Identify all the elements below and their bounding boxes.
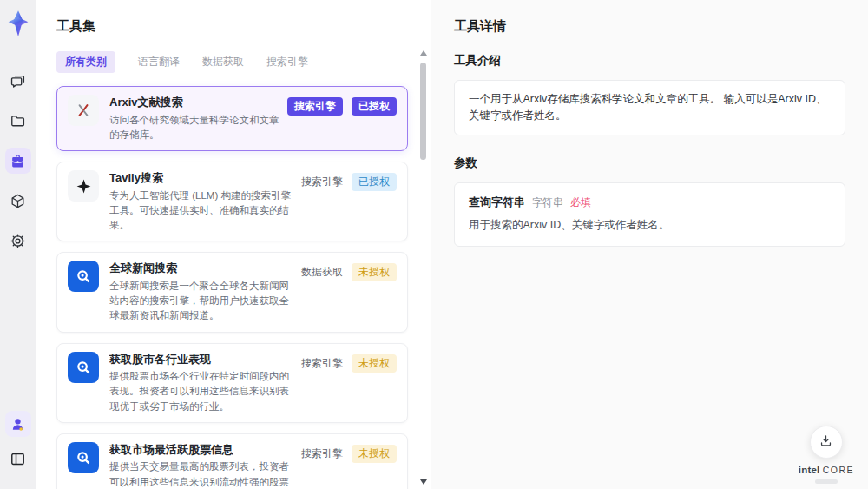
category-tab[interactable]: 语言翻译 (138, 55, 180, 69)
tool-title: 获取股市各行业表现 (109, 352, 294, 367)
tool-description: 提供股票市场各个行业在特定时间段内的表现。投资者可以利用这些信息来识别表现优于或… (109, 369, 294, 414)
tool-card[interactable]: Tavily搜索 专为人工智能代理 (LLM) 构建的搜索引擎工具。可快速提供实… (56, 162, 408, 241)
tool-description: 访问各个研究领域大量科学论文和文章的存储库。 (109, 113, 280, 143)
parameter-name: 查询字符串 (469, 195, 525, 210)
tavily-star-icon (68, 170, 99, 202)
tool-category-label: 搜索引擎 (287, 97, 343, 116)
tool-meta: 数据获取 未授权 (301, 263, 397, 281)
tool-list: Arxiv文献搜索 访问各个研究领域大量科学论文和文章的存储库。 搜索引擎 已授… (56, 86, 408, 489)
tool-description: 专为人工智能代理 (LLM) 构建的搜索引擎工具。可快速提供实时、准确和真实的结… (109, 188, 294, 234)
package-icon[interactable] (5, 188, 31, 214)
parameter-header: 查询字符串 字符串 必填 (469, 195, 831, 210)
tool-details-panel: 工具详情 工具介绍 一个用于从Arxiv存储库搜索科学论文和文章的工具。 输入可… (431, 0, 868, 489)
tool-title: Tavily搜索 (109, 170, 294, 186)
download-button[interactable] (810, 426, 843, 459)
tool-text-block: 获取股市各行业表现 提供股票市场各个行业在特定时间段内的表现。投资者可以利用这些… (109, 352, 301, 414)
tool-description: 提供当天交易量最高的股票列表，投资者可以利用这些信息来识别流动性强的股票和潜在的… (109, 459, 294, 489)
tool-text-block: Arxiv文献搜索 访问各个研究领域大量科学论文和文章的存储库。 (109, 95, 287, 142)
tool-title: Arxiv文献搜索 (109, 95, 280, 110)
category-tabs: 所有类别语言翻译数据获取搜索引擎 (56, 51, 408, 73)
parameter-type: 字符串 (532, 195, 563, 210)
tool-text-block: 获取市场最活跃股票信息 提供当天交易量最高的股票列表，投资者可以利用这些信息来识… (109, 442, 301, 489)
gem-logo-icon[interactable] (5, 9, 31, 38)
tool-title: 全球新闻搜索 (109, 261, 294, 276)
tool-meta: 搜索引擎 未授权 (301, 354, 397, 373)
toolbox-icon[interactable] (5, 148, 31, 174)
tool-text-block: Tavily搜索 专为人工智能代理 (LLM) 构建的搜索引擎工具。可快速提供实… (109, 170, 301, 233)
intel-sub-badge (815, 479, 838, 484)
tool-status-badge: 已授权 (352, 97, 397, 116)
intel-core-logo: intel core (799, 465, 854, 484)
tool-meta: 搜索引擎 已授权 (301, 173, 397, 191)
settings-gear-icon[interactable] (5, 228, 31, 254)
scroll-down-arrow-icon[interactable] (420, 479, 427, 485)
app-window: 工具集 所有类别语言翻译数据获取搜索引擎 Arxiv文献搜索 访问各个研究领域大… (0, 0, 868, 489)
scrollbar-thumb[interactable] (420, 63, 426, 160)
folder-icon[interactable] (5, 108, 31, 134)
parameter-required-badge: 必填 (570, 195, 591, 210)
core-wordmark: core (823, 465, 854, 475)
intel-wordmark: intel (799, 465, 820, 475)
tool-status-badge: 未授权 (352, 445, 397, 463)
tool-card[interactable]: Arxiv文献搜索 访问各个研究领域大量科学论文和文章的存储库。 搜索引擎 已授… (56, 86, 408, 151)
tool-text-block: 全球新闻搜索 全球新闻搜索是一个聚合全球各大新闻网站内容的搜索引擎，帮助用户快速… (109, 261, 301, 323)
category-tab[interactable]: 数据获取 (202, 55, 244, 69)
tool-description: 全球新闻搜索是一个聚合全球各大新闻网站内容的搜索引擎，帮助用户快速获取全球最新资… (109, 279, 294, 324)
tool-meta: 搜索引擎 未授权 (301, 445, 397, 463)
category-tab[interactable]: 搜索引擎 (266, 55, 308, 69)
tool-title: 获取市场最活跃股票信息 (109, 442, 294, 458)
tool-category-label: 搜索引擎 (301, 356, 343, 371)
chat-icon[interactable] (5, 68, 31, 94)
intro-heading: 工具介绍 (454, 53, 845, 69)
category-tab[interactable]: 所有类别 (56, 51, 115, 73)
panel-toggle-icon[interactable] (5, 446, 31, 472)
news-search-blue-icon (68, 352, 99, 383)
arxiv-logo-icon (68, 95, 99, 126)
scroll-up-arrow-icon[interactable] (420, 50, 427, 56)
toolset-panel: 工具集 所有类别语言翻译数据获取搜索引擎 Arxiv文献搜索 访问各个研究领域大… (36, 0, 431, 489)
parameter-box: 查询字符串 字符串 必填 用于搜索的Arxiv ID、关键字或作者姓名。 (454, 182, 845, 247)
tool-card[interactable]: 获取股市各行业表现 提供股票市场各个行业在特定时间段内的表现。投资者可以利用这些… (56, 343, 408, 423)
news-search-blue-icon (68, 261, 99, 292)
parameter-description: 用于搜索的Arxiv ID、关键字或作者姓名。 (469, 218, 831, 233)
tool-status-badge: 未授权 (352, 263, 397, 281)
tool-card[interactable]: 全球新闻搜索 全球新闻搜索是一个聚合全球各大新闻网站内容的搜索引擎，帮助用户快速… (56, 252, 408, 332)
sidebar-bottom-group (5, 411, 31, 480)
intro-box: 一个用于从Arxiv存储库搜索科学论文和文章的工具。 输入可以是Arxiv ID… (454, 80, 845, 135)
tool-status-badge: 未授权 (352, 354, 397, 373)
corner-widgets: intel core (799, 426, 854, 484)
user-icon[interactable] (5, 411, 31, 437)
tool-category-label: 数据获取 (301, 265, 343, 280)
list-scrollbar[interactable] (419, 50, 428, 485)
tool-category-label: 搜索引擎 (301, 446, 343, 461)
tool-status-badge: 已授权 (352, 173, 397, 191)
news-search-blue-icon (68, 442, 99, 473)
params-heading: 参数 (454, 155, 845, 171)
left-sidebar (0, 0, 36, 489)
tool-category-label: 搜索引擎 (301, 175, 343, 189)
tool-meta: 搜索引擎 已授权 (287, 97, 397, 116)
download-icon (819, 433, 833, 452)
page-title: 工具集 (56, 18, 408, 35)
tool-card[interactable]: 获取市场最活跃股票信息 提供当天交易量最高的股票列表，投资者可以利用这些信息来识… (56, 433, 408, 489)
details-title: 工具详情 (454, 18, 845, 35)
